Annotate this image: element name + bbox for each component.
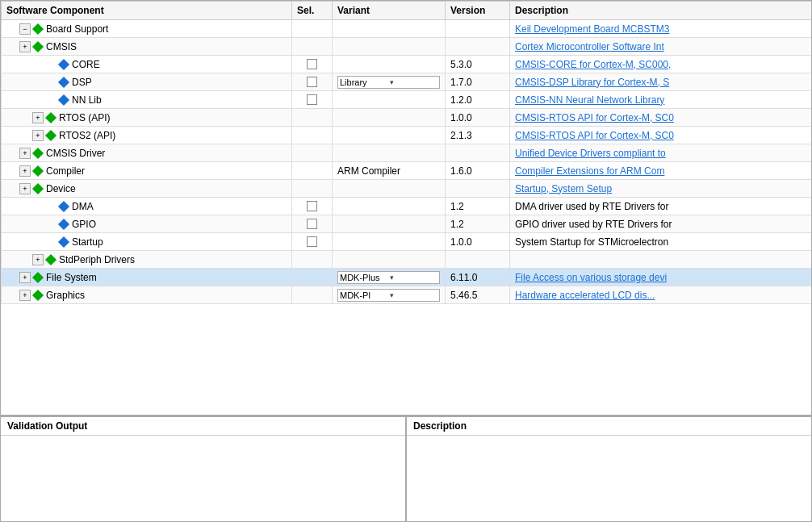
sel-cell[interactable] — [292, 20, 333, 38]
variant-dropdown[interactable]: MDK-Pl▾ — [337, 289, 440, 302]
component-cell[interactable]: −Board Support — [2, 20, 292, 38]
component-cell[interactable]: CORE — [2, 56, 292, 73]
expand-icon[interactable]: + — [19, 183, 31, 194]
green-diamond-icon — [32, 165, 44, 176]
component-cell[interactable]: Startup — [2, 233, 292, 251]
expand-icon[interactable]: + — [19, 272, 31, 283]
sel-cell[interactable] — [292, 56, 333, 73]
sel-cell[interactable] — [292, 269, 333, 286]
description-cell[interactable]: Compiler Extensions for ARM Com — [510, 162, 812, 180]
description-link[interactable]: CMSIS-DSP Library for Cortex-M, S — [515, 77, 669, 88]
description-link[interactable]: CMSIS-RTOS API for Cortex-M, SC0 — [515, 112, 674, 123]
component-cell[interactable]: +Graphics — [2, 286, 292, 304]
sel-cell[interactable] — [292, 38, 333, 56]
variant-cell[interactable] — [333, 251, 446, 269]
description-cell[interactable]: Unified Device Drivers compliant to — [510, 144, 812, 162]
table-row: DSPLibrary▾1.7.0CMSIS-DSP Library for Co… — [2, 73, 812, 91]
description-cell[interactable]: File Access on various storage devi — [510, 269, 812, 286]
sel-cell[interactable] — [292, 109, 333, 127]
expand-icon[interactable]: + — [19, 290, 31, 301]
description-cell[interactable]: Keil Development Board MCBSTM3 — [510, 20, 812, 38]
table-row: NN Lib1.2.0CMSIS-NN Neural Network Libra… — [2, 91, 812, 109]
variant-cell[interactable]: MDK-Plus▾ — [333, 269, 446, 286]
variant-cell[interactable] — [333, 127, 446, 144]
sel-cell[interactable] — [292, 286, 333, 304]
expand-icon[interactable]: + — [19, 41, 31, 52]
expand-icon[interactable]: + — [32, 130, 44, 141]
table-wrapper[interactable]: Software Component Sel. Variant Version … — [1, 1, 811, 415]
table-row: DMA1.2DMA driver used by RTE Drivers for — [2, 198, 812, 215]
description-link[interactable]: Compiler Extensions for ARM Com — [515, 165, 664, 177]
description-cell[interactable]: CMSIS-DSP Library for Cortex-M, S — [510, 73, 812, 91]
variant-cell[interactable] — [333, 56, 446, 73]
variant-dropdown[interactable]: MDK-Plus▾ — [337, 271, 440, 284]
variant-cell[interactable] — [333, 180, 446, 198]
component-cell[interactable]: +CMSIS — [2, 38, 292, 56]
variant-cell[interactable] — [333, 38, 446, 56]
green-diamond-icon — [32, 182, 44, 194]
description-link[interactable]: Hardware accelerated LCD dis... — [515, 290, 655, 301]
variant-cell[interactable]: MDK-Pl▾ — [333, 286, 446, 304]
variant-cell[interactable] — [333, 215, 446, 233]
component-checkbox[interactable] — [307, 201, 317, 211]
component-cell[interactable]: +File System — [2, 269, 292, 286]
description-link[interactable]: CMSIS-NN Neural Network Library — [515, 94, 664, 106]
component-cell[interactable]: DSP — [2, 73, 292, 91]
variant-cell[interactable] — [333, 233, 446, 251]
expand-icon[interactable]: + — [32, 254, 44, 265]
sel-cell[interactable] — [292, 251, 333, 269]
component-checkbox[interactable] — [307, 236, 317, 247]
expand-icon[interactable]: + — [19, 148, 31, 159]
component-cell[interactable]: +StdPeriph Drivers — [2, 251, 292, 269]
description-cell[interactable]: Startup, System Setup — [510, 180, 812, 198]
description-cell[interactable]: CMSIS-CORE for Cortex-M, SC000, — [510, 56, 812, 73]
description-link[interactable]: Keil Development Board MCBSTM3 — [515, 23, 669, 35]
component-cell[interactable]: +Device — [2, 180, 292, 198]
sel-cell[interactable] — [292, 73, 333, 91]
description-link[interactable]: CMSIS-RTOS API for Cortex-M, SC0 — [515, 130, 674, 141]
expand-icon[interactable]: − — [19, 23, 31, 35]
description-link[interactable]: CMSIS-CORE for Cortex-M, SC000, — [515, 59, 671, 70]
component-cell[interactable]: +CMSIS Driver — [2, 144, 292, 162]
sel-cell[interactable] — [292, 162, 333, 180]
sel-cell[interactable] — [292, 215, 333, 233]
description-link[interactable]: Unified Device Drivers compliant to — [515, 148, 666, 159]
description-cell[interactable]: CMSIS-NN Neural Network Library — [510, 91, 812, 109]
variant-cell[interactable] — [333, 198, 446, 215]
variant-cell[interactable] — [333, 20, 446, 38]
description-link[interactable]: Cortex Microcontroller Software Int — [515, 41, 664, 52]
component-cell[interactable]: GPIO — [2, 215, 292, 233]
component-cell[interactable]: DMA — [2, 198, 292, 215]
description-cell — [510, 251, 812, 269]
variant-cell[interactable]: Library▾ — [333, 73, 446, 91]
version-cell: 1.2 — [446, 198, 510, 215]
component-cell[interactable]: NN Lib — [2, 91, 292, 109]
sel-cell[interactable] — [292, 198, 333, 215]
sel-cell[interactable] — [292, 233, 333, 251]
variant-dropdown[interactable]: Library▾ — [337, 76, 440, 89]
component-cell[interactable]: +Compiler — [2, 162, 292, 180]
component-cell[interactable]: +RTOS (API) — [2, 109, 292, 127]
component-checkbox[interactable] — [307, 59, 317, 69]
component-checkbox[interactable] — [307, 94, 317, 105]
component-checkbox[interactable] — [307, 77, 317, 87]
col-header-version: Version — [446, 2, 510, 20]
variant-cell[interactable] — [333, 91, 446, 109]
sel-cell[interactable] — [292, 144, 333, 162]
sel-cell[interactable] — [292, 180, 333, 198]
description-cell[interactable]: Hardware accelerated LCD dis... — [510, 286, 812, 304]
component-checkbox[interactable] — [307, 219, 317, 229]
expand-icon[interactable]: + — [32, 112, 44, 123]
expand-icon[interactable]: + — [19, 165, 31, 177]
description-cell[interactable]: Cortex Microcontroller Software Int — [510, 38, 812, 56]
description-cell[interactable]: CMSIS-RTOS API for Cortex-M, SC0 — [510, 109, 812, 127]
description-cell[interactable]: CMSIS-RTOS API for Cortex-M, SC0 — [510, 127, 812, 144]
version-cell: 1.2 — [446, 215, 510, 233]
description-link[interactable]: Startup, System Setup — [515, 183, 612, 194]
sel-cell[interactable] — [292, 127, 333, 144]
variant-cell[interactable] — [333, 144, 446, 162]
component-cell[interactable]: +RTOS2 (API) — [2, 127, 292, 144]
sel-cell[interactable] — [292, 91, 333, 109]
variant-cell[interactable] — [333, 109, 446, 127]
description-link[interactable]: File Access on various storage devi — [515, 272, 667, 283]
